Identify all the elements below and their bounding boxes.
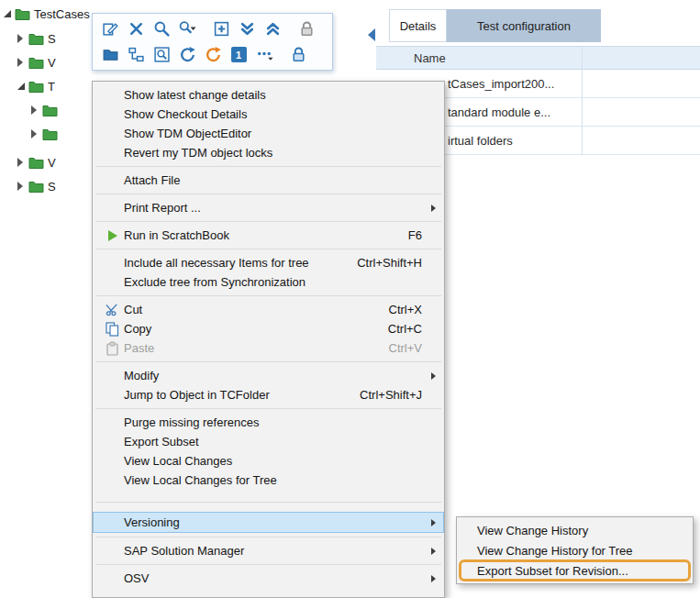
menu-item-export-subset[interactable]: Export Subset — [93, 432, 444, 451]
tree-item[interactable]: S — [17, 28, 56, 49]
add-item-button[interactable] — [208, 17, 234, 41]
expand-all-button[interactable] — [234, 17, 260, 41]
menu-item-print-report[interactable]: Print Report ... — [93, 198, 444, 217]
search-options-button[interactable] — [174, 17, 200, 41]
menu-item-jump-to-object-in-tcfolder[interactable]: Jump to Object in TCFolder Ctrl+Shift+J — [93, 385, 444, 404]
tree-item-label: T — [48, 80, 55, 94]
tree-expanded-icon[interactable] — [4, 10, 11, 17]
more-options-button[interactable] — [251, 43, 277, 67]
tab-test-configuration-label: Test configuration — [477, 19, 571, 33]
double-chevron-up-icon — [264, 20, 282, 38]
menu-item-copy[interactable]: Copy Ctrl+C — [93, 319, 444, 338]
menu-item-show-tdm-objecteditor[interactable]: Show TDM ObjectEditor — [93, 124, 444, 143]
menu-item-cut[interactable]: Cut Ctrl+X — [93, 300, 444, 319]
menu-item-osv[interactable]: OSV — [93, 569, 444, 588]
copy-icon — [101, 322, 124, 337]
tree-collapsed-icon[interactable] — [17, 58, 23, 67]
table-header[interactable]: Name — [376, 46, 700, 70]
menu-item-view-local-changes[interactable]: View Local Changes — [93, 451, 444, 471]
submenu-item-export-subset-for-revision[interactable]: Export Subset for Revision... — [457, 560, 693, 581]
toolbar-row-1 — [97, 17, 328, 41]
refresh-icon — [179, 46, 196, 63]
menu-separator — [95, 537, 441, 537]
refresh-button[interactable] — [174, 43, 200, 67]
tree-expanded-icon[interactable] — [17, 83, 25, 90]
menu-item-attach-file[interactable]: Attach File — [93, 171, 444, 190]
menu-separator — [95, 295, 441, 296]
double-chevron-down-icon — [239, 20, 256, 38]
tree-item[interactable] — [31, 100, 61, 120]
lock-icon — [298, 20, 316, 38]
edit-button[interactable] — [97, 17, 123, 41]
panel-collapse-arrow-icon[interactable] — [368, 28, 375, 41]
tree-item[interactable]: T — [17, 76, 55, 96]
tree-collapsed-icon[interactable] — [17, 158, 23, 167]
collapse-all-button[interactable] — [260, 17, 285, 41]
folder-icon — [28, 56, 44, 69]
menu-item-exclude-tree-from-sync[interactable]: Exclude tree from Synchronization — [93, 272, 444, 292]
menu-item-view-local-changes-for-tree[interactable]: View Local Changes for Tree — [93, 471, 444, 490]
folder-icon — [42, 104, 58, 116]
search-icon — [153, 20, 171, 38]
delete-icon — [128, 20, 145, 38]
menu-item-revert-tdm-locks[interactable]: Revert my TDM object locks — [93, 143, 444, 162]
menu-separator — [95, 564, 441, 565]
versioning-submenu: View Change History View Change History … — [456, 516, 694, 584]
menu-item-purge-missing-references[interactable]: Purge missing references — [93, 413, 444, 432]
menu-item-modify[interactable]: Modify — [93, 366, 444, 385]
folder-icon — [28, 80, 44, 93]
tree-collapsed-icon[interactable] — [31, 105, 37, 115]
tree-view-button[interactable] — [123, 43, 149, 67]
search-in-tree-button[interactable] — [149, 43, 174, 67]
lock-blue-icon — [290, 46, 307, 63]
mini-toolbar: 1 — [92, 13, 333, 71]
context-menu: Show latest change details Show Checkout… — [92, 81, 445, 598]
submenu-arrow-icon — [431, 519, 436, 526]
submenu-arrow-icon — [431, 372, 436, 380]
submenu-item-view-change-history[interactable]: View Change History — [457, 520, 693, 540]
menu-item-run-in-scratchbook[interactable]: Run in ScratchBook F6 — [93, 226, 444, 245]
folder-icon — [102, 46, 119, 63]
app-window: { "colors": { "accent_blue": "#2E75B6", … — [0, 0, 700, 598]
submenu-item-view-change-history-for-tree[interactable]: View Change History for Tree — [457, 540, 693, 560]
paste-icon — [101, 341, 124, 356]
submenu-arrow-icon — [431, 205, 436, 212]
folder-icon — [15, 7, 30, 20]
menu-separator — [95, 194, 441, 194]
menu-item-show-latest-change-details[interactable]: Show latest change details — [93, 85, 444, 105]
sync-button[interactable] — [200, 43, 226, 67]
folder-button[interactable] — [97, 43, 123, 67]
tree-item[interactable] — [31, 124, 61, 144]
menu-item-include-all-necessary-items[interactable]: Include all necessary Items for tree Ctr… — [93, 253, 444, 272]
lock-button[interactable] — [294, 17, 319, 41]
search-dropdown-icon — [179, 20, 196, 38]
tree-item-testcases[interactable]: TestCases — [4, 4, 90, 24]
folder-icon — [28, 180, 44, 193]
tree-item[interactable]: V — [17, 152, 56, 172]
menu-item-versioning[interactable]: Versioning — [93, 512, 444, 533]
menu-item-sap-solution-manager[interactable]: SAP Solution Manager — [93, 541, 444, 560]
menu-separator — [95, 408, 441, 409]
tab-details-label: Details — [400, 19, 437, 33]
tree-structure-icon — [128, 46, 145, 63]
tree-collapsed-icon[interactable] — [31, 129, 37, 138]
search-button[interactable] — [149, 17, 174, 41]
tree-item[interactable]: S — [17, 176, 56, 196]
column-header-name[interactable]: Name — [376, 51, 446, 65]
menu-item-show-checkout-details[interactable]: Show Checkout Details — [93, 105, 444, 124]
tab-details[interactable]: Details — [389, 9, 447, 42]
tree-collapsed-icon[interactable] — [17, 182, 23, 191]
menu-item-paste[interactable]: Paste Ctrl+V — [93, 338, 444, 358]
checkout-count-button[interactable]: 1 — [226, 43, 251, 67]
tree-item-label: S — [48, 180, 56, 194]
tree-collapsed-icon[interactable] — [17, 34, 23, 43]
menu-separator — [95, 502, 441, 503]
delete-button[interactable] — [123, 17, 149, 41]
tab-test-configuration[interactable]: Test configuration — [447, 9, 601, 42]
refresh-orange-icon — [205, 46, 222, 63]
submenu-arrow-icon — [431, 575, 436, 582]
menu-separator — [95, 361, 441, 362]
unlock-button[interactable] — [285, 43, 311, 67]
menu-separator — [95, 166, 441, 167]
tree-item[interactable]: V — [17, 52, 56, 72]
